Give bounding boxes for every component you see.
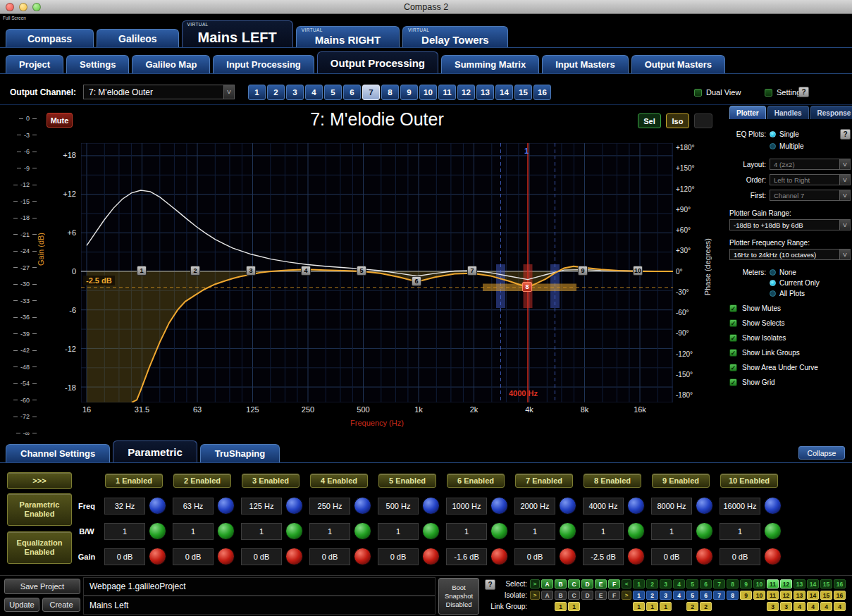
band-bw-value[interactable]: 1 (309, 523, 350, 540)
isolate-button[interactable]: Iso (666, 113, 689, 128)
unlabeled-button[interactable] (694, 113, 712, 128)
band-bw-knob[interactable] (354, 522, 371, 540)
parametric-enabled-button[interactable]: Parametric Enabled (7, 493, 72, 526)
band-enable-button[interactable]: 5 Enabled (378, 474, 436, 488)
settings-checkbox[interactable] (765, 89, 772, 97)
isolate-channel-button[interactable]: 12 (780, 591, 792, 600)
section-tab[interactable]: Output Processing (317, 51, 438, 73)
eq-band-handle[interactable]: 5 (357, 266, 366, 276)
channel-button[interactable]: 8 (381, 85, 399, 100)
link-group-cell[interactable]: 3 (780, 602, 792, 611)
band-freq-knob[interactable] (490, 497, 508, 515)
band-bw-value[interactable]: 1 (446, 523, 487, 540)
select-group-button[interactable]: D (581, 579, 593, 589)
plotter-panel-tab[interactable]: Handles (767, 106, 809, 119)
band-gain-knob[interactable] (217, 548, 235, 565)
band-gain-value[interactable]: 0 dB (309, 548, 350, 565)
band-freq-knob[interactable] (285, 497, 303, 515)
band-bw-value[interactable]: 1 (651, 523, 692, 540)
lower-tab[interactable]: TruShaping (200, 444, 280, 462)
isolate-channel-button[interactable]: 10 (753, 591, 765, 600)
isolate-channel-button[interactable]: 4 (673, 591, 685, 600)
isolate-channel-button[interactable]: 9 (740, 591, 752, 600)
band-gain-knob[interactable] (422, 548, 440, 565)
layout-select[interactable]: 4 (2x2) V (770, 159, 851, 170)
band-bw-value[interactable]: 1 (514, 523, 555, 540)
band-freq-value[interactable]: 4000 Hz (583, 498, 624, 515)
band-bw-value[interactable]: 1 (241, 523, 282, 540)
create-button[interactable]: Create (42, 598, 80, 612)
device-tab[interactable]: VIRTUAL Mains LEFT (182, 20, 293, 47)
select-channel-button[interactable]: 3 (660, 579, 672, 589)
project-name-field[interactable]: Webpage 1.galileoProject (83, 577, 436, 596)
isolate-channel-button[interactable]: 14 (807, 591, 819, 600)
channel-button[interactable]: 9 (400, 85, 418, 100)
link-group-cell[interactable]: 4 (820, 602, 832, 611)
order-select[interactable]: Left to Right V (770, 174, 851, 185)
zoom-window-icon[interactable] (32, 3, 41, 11)
checkbox-checked-icon[interactable]: ✓ (729, 364, 737, 371)
link-group-cell[interactable]: 1 (646, 602, 658, 611)
single-radio[interactable] (770, 131, 776, 137)
select-channel-button[interactable]: 5 (686, 579, 698, 589)
band-bw-knob[interactable] (149, 522, 166, 540)
isolate-channel-button[interactable]: 2 (646, 591, 658, 600)
channel-button[interactable]: 14 (495, 85, 513, 100)
select-channel-button[interactable]: 1 (633, 579, 645, 589)
eq-band-handle[interactable]: 9 (578, 266, 588, 276)
isolate-channel-button[interactable]: 8 (727, 591, 739, 600)
help-button[interactable]: ? (840, 129, 851, 140)
band-enable-button[interactable]: 2 Enabled (173, 474, 231, 488)
plotter-panel-tab[interactable]: Response (810, 106, 852, 119)
band-freq-value[interactable]: 63 Hz (173, 498, 214, 515)
eq-band-handle[interactable]: 6 (412, 276, 421, 286)
device-tab[interactable]: Compass (6, 29, 94, 47)
select-button[interactable]: Sel (638, 113, 661, 128)
eq-band-handle[interactable]: 3 (246, 266, 256, 276)
band-gain-value[interactable]: -2.5 dB (583, 548, 624, 565)
band-freq-knob[interactable] (627, 497, 645, 515)
band-freq-knob[interactable] (217, 497, 235, 515)
band-gain-value[interactable]: -1.6 dB (446, 548, 487, 565)
channel-button[interactable]: 7 (362, 85, 380, 100)
band-gain-knob[interactable] (559, 548, 576, 565)
band-gain-knob[interactable] (285, 548, 303, 565)
select-channel-button[interactable]: 11 (767, 579, 779, 589)
select-channel-button[interactable]: 14 (807, 579, 819, 589)
band-bw-knob[interactable] (285, 522, 303, 540)
boot-snapshot-button[interactable]: BootSnapshotDisabled (438, 578, 479, 615)
channel-button[interactable]: 2 (267, 85, 285, 100)
dual-view-checkbox[interactable] (694, 89, 702, 97)
band-gain-value[interactable]: 0 dB (514, 548, 555, 565)
meters-none-radio[interactable] (770, 269, 776, 276)
band-gain-knob[interactable] (354, 548, 371, 565)
band-bw-knob[interactable] (559, 522, 576, 540)
mute-button[interactable]: Mute (47, 113, 73, 128)
band-enable-button[interactable]: 3 Enabled (242, 474, 300, 488)
checkbox-checked-icon[interactable]: ✓ (729, 349, 737, 357)
checkbox-checked-icon[interactable]: ✓ (729, 304, 737, 312)
section-tab[interactable]: Input Processing (213, 55, 314, 73)
band-bw-value[interactable]: 1 (378, 523, 419, 540)
band-gain-value[interactable]: 0 dB (720, 548, 760, 565)
select-channel-button[interactable]: 8 (727, 579, 739, 589)
isolate-channel-button[interactable]: 11 (767, 591, 779, 600)
channel-button[interactable]: 11 (438, 85, 456, 100)
device-tab[interactable]: Galileos (97, 29, 178, 47)
eq-band-handle[interactable]: 10 (633, 266, 643, 276)
band-freq-value[interactable]: 250 Hz (309, 498, 350, 515)
help-button[interactable]: ? (798, 87, 809, 97)
band-bw-value[interactable]: 1 (104, 523, 145, 540)
lower-tab[interactable]: Parametric (113, 441, 197, 462)
select-channel-button[interactable]: 15 (820, 579, 832, 589)
link-group-cell[interactable]: 2 (700, 602, 712, 611)
band-enable-button[interactable]: 9 Enabled (652, 474, 710, 488)
band-gain-knob[interactable] (696, 548, 713, 565)
link-group-cell[interactable]: 1 (633, 602, 645, 611)
band-enable-button[interactable]: 4 Enabled (310, 474, 368, 488)
select-channel-button[interactable]: 13 (794, 579, 805, 589)
band-freq-knob[interactable] (696, 497, 713, 515)
band-bw-knob[interactable] (627, 522, 645, 540)
channel-button[interactable]: 16 (533, 85, 551, 100)
plotter-panel-tab[interactable]: Plotter (729, 106, 766, 119)
